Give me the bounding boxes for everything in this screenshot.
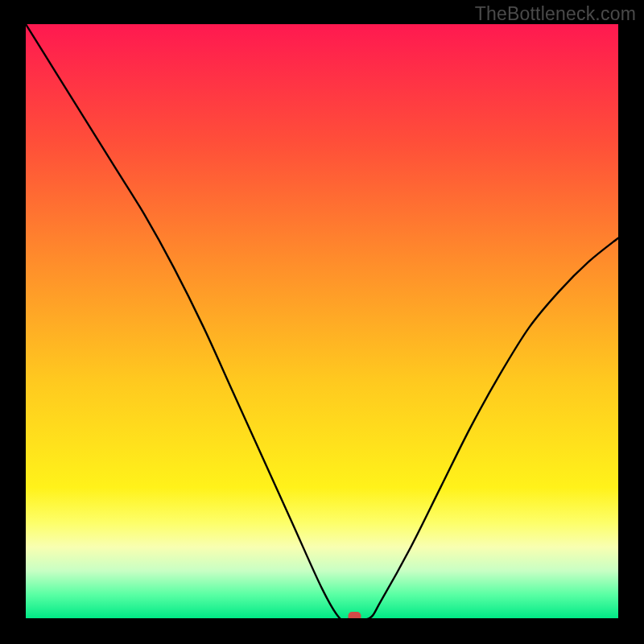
plot-area	[26, 24, 618, 618]
chart-frame: TheBottleneck.com	[0, 0, 644, 644]
gradient-background	[26, 24, 618, 618]
watermark-text: TheBottleneck.com	[475, 3, 636, 25]
minimum-marker	[348, 612, 361, 618]
chart-svg	[26, 24, 618, 618]
